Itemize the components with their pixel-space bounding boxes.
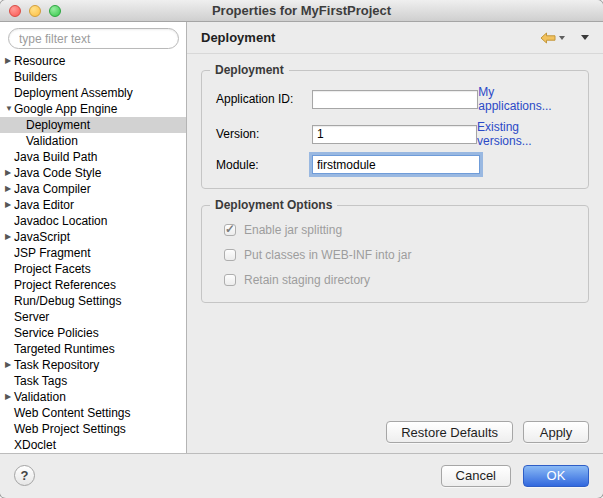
tree-item-javascript[interactable]: ▶JavaScript [0, 229, 186, 245]
tree-item-label: JavaScript [14, 229, 70, 245]
tree-item-web-project-settings[interactable]: Web Project Settings [0, 421, 186, 437]
version-input[interactable] [312, 125, 477, 144]
deployment-group: Deployment Application ID: My applicatio… [201, 70, 589, 189]
checkbox-label: Put classes in WEB-INF into jar [244, 248, 411, 262]
expand-arrow-icon[interactable]: ▶ [0, 357, 14, 373]
window-title: Properties for MyFirstProject [0, 3, 603, 18]
application-id-input[interactable] [312, 90, 478, 109]
tree-item-run-debug-settings[interactable]: Run/Debug Settings [0, 293, 186, 309]
tree-item-project-facets[interactable]: Project Facets [0, 261, 186, 277]
tree-item-label: Validation [26, 133, 78, 149]
tree-item-label: Java Compiler [14, 181, 91, 197]
tree-item-google-app-engine[interactable]: ▼Google App Engine [0, 101, 186, 117]
tree-item-label: Deployment Assembly [14, 85, 133, 101]
tree-item-builders[interactable]: Builders [0, 69, 186, 85]
tree-item-xdoclet[interactable]: XDoclet [0, 437, 186, 453]
module-row: Module: [216, 155, 576, 174]
tree-item-label: Task Tags [14, 373, 67, 389]
version-row: Version: Existing versions... [216, 120, 576, 148]
checkbox-unchecked-icon[interactable] [224, 274, 236, 286]
tree-item-label: Server [14, 309, 49, 325]
page-title: Deployment [201, 30, 275, 45]
filter-input[interactable] [8, 28, 179, 49]
expand-arrow-icon[interactable]: ▶ [0, 197, 14, 213]
tree-item-label: Task Repository [14, 357, 99, 373]
checkbox-label: Enable jar splitting [244, 223, 342, 237]
back-history-dropdown-icon[interactable] [559, 36, 565, 40]
tree-item-label: Java Editor [14, 197, 74, 213]
deployment-options-group: Deployment Options Enable jar splittingP… [201, 205, 589, 303]
minimize-button[interactable] [29, 5, 41, 17]
tree-item-label: Builders [14, 69, 57, 85]
content-actions: Restore Defaults Apply [386, 421, 589, 443]
option-row-enable-jar-splitting: Enable jar splitting [216, 220, 576, 240]
zoom-button[interactable] [49, 5, 61, 17]
close-button[interactable] [9, 5, 21, 17]
my-applications-link[interactable]: My applications... [478, 85, 576, 113]
tree-item-label: Java Build Path [14, 149, 97, 165]
tree-item-validation[interactable]: Validation [0, 133, 186, 149]
tree-item-java-code-style[interactable]: ▶Java Code Style [0, 165, 186, 181]
ok-button[interactable]: OK [523, 465, 589, 487]
option-row-put-classes-in-web-inf-into-jar: Put classes in WEB-INF into jar [216, 245, 576, 265]
view-menu-icon[interactable] [581, 35, 589, 40]
expand-arrow-icon[interactable]: ▶ [0, 389, 14, 405]
cancel-button[interactable]: Cancel [441, 465, 511, 487]
tree-item-task-repository[interactable]: ▶Task Repository [0, 357, 186, 373]
tree-item-java-compiler[interactable]: ▶Java Compiler [0, 181, 186, 197]
application-id-label: Application ID: [216, 92, 312, 106]
checkbox-checked-icon[interactable] [224, 224, 236, 236]
tree-item-label: Web Content Settings [14, 405, 131, 421]
back-arrow-icon [540, 32, 556, 44]
tree-item-label: Validation [14, 389, 66, 405]
tree-item-resource[interactable]: ▶Resource [0, 53, 186, 69]
tree-item-java-editor[interactable]: ▶Java Editor [0, 197, 186, 213]
collapse-arrow-icon[interactable]: ▼ [0, 101, 14, 117]
tree-item-label: Service Policies [14, 325, 99, 341]
tree-item-label: XDoclet [14, 437, 56, 453]
expand-arrow-icon[interactable]: ▶ [0, 229, 14, 245]
tree-item-service-policies[interactable]: Service Policies [0, 325, 186, 341]
tree-item-label: Resource [14, 53, 65, 69]
tree-item-validation[interactable]: ▶Validation [0, 389, 186, 405]
header-nav [540, 32, 593, 44]
module-label: Module: [216, 158, 312, 172]
version-label: Version: [216, 127, 312, 141]
existing-versions-link[interactable]: Existing versions... [477, 120, 576, 148]
help-button[interactable]: ? [14, 465, 35, 486]
tree-item-targeted-runtimes[interactable]: Targeted Runtimes [0, 341, 186, 357]
option-row-retain-staging-directory: Retain staging directory [216, 270, 576, 290]
tree-item-web-content-settings[interactable]: Web Content Settings [0, 405, 186, 421]
tree-item-label: Targeted Runtimes [14, 341, 115, 357]
tree-item-java-build-path[interactable]: Java Build Path [0, 149, 186, 165]
tree-item-task-tags[interactable]: Task Tags [0, 373, 186, 389]
expand-arrow-icon[interactable]: ▶ [0, 53, 14, 69]
expand-arrow-icon[interactable]: ▶ [0, 181, 14, 197]
tree-item-label: Javadoc Location [14, 213, 107, 229]
tree-item-jsp-fragment[interactable]: JSP Fragment [0, 245, 186, 261]
content-header: Deployment [187, 22, 603, 54]
tree-item-server[interactable]: Server [0, 309, 186, 325]
apply-button[interactable]: Apply [523, 421, 589, 443]
back-button[interactable] [540, 32, 565, 44]
module-input[interactable] [312, 155, 480, 174]
tree-item-label: Web Project Settings [14, 421, 126, 437]
titlebar: Properties for MyFirstProject [0, 0, 603, 22]
checkbox-unchecked-icon[interactable] [224, 249, 236, 261]
sidebar: ▶ResourceBuildersDeployment Assembly▼Goo… [0, 22, 187, 453]
tree-item-deployment[interactable]: Deployment [0, 117, 186, 133]
tree-item-label: Run/Debug Settings [14, 293, 121, 309]
tree-item-label: Google App Engine [14, 101, 117, 117]
restore-defaults-button[interactable]: Restore Defaults [386, 421, 513, 443]
tree-item-deployment-assembly[interactable]: Deployment Assembly [0, 85, 186, 101]
expand-arrow-icon[interactable]: ▶ [0, 165, 14, 181]
tree-item-project-references[interactable]: Project References [0, 277, 186, 293]
properties-tree: ▶ResourceBuildersDeployment Assembly▼Goo… [0, 53, 186, 453]
traffic-lights [9, 0, 61, 22]
tree-item-javadoc-location[interactable]: Javadoc Location [0, 213, 186, 229]
tree-item-label: Project Facets [14, 261, 91, 277]
deployment-group-title: Deployment [210, 63, 289, 77]
properties-dialog: Properties for MyFirstProject ▶ResourceB… [0, 0, 603, 498]
application-id-row: Application ID: My applications... [216, 85, 576, 113]
content-panel: Deployment Deployment Application ID: [187, 22, 603, 453]
